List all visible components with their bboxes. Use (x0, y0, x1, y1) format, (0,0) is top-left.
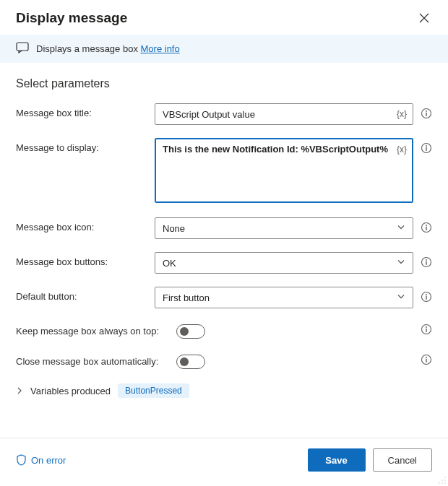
info-icon[interactable] (421, 256, 432, 270)
svg-point-17 (426, 326, 427, 328)
close-icon (419, 13, 429, 23)
row-icon: Message box icon: None (16, 217, 432, 239)
expand-variables-button[interactable] (16, 386, 23, 396)
svg-point-8 (426, 225, 427, 226)
svg-point-25 (439, 482, 440, 484)
svg-rect-9 (426, 227, 426, 230)
label-default-button: Default button: (16, 287, 146, 302)
info-icon[interactable] (421, 222, 432, 235)
svg-rect-3 (426, 113, 426, 116)
svg-rect-0 (17, 43, 28, 51)
dialog-content: Select parameters Message box title: VBS… (0, 63, 448, 438)
variables-produced-row: Variables produced ButtonPressed (16, 383, 432, 398)
svg-rect-15 (426, 296, 426, 300)
svg-point-27 (444, 482, 446, 484)
always-on-top-toggle[interactable] (176, 324, 205, 339)
cancel-button[interactable]: Cancel (373, 448, 432, 472)
label-message: Message to display: (16, 138, 146, 153)
label-title: Message box title: (16, 103, 146, 118)
info-bar: Displays a message box More info (0, 35, 448, 63)
row-always-on-top: Keep message box always on top: (16, 321, 432, 339)
display-message-dialog: Display message Displays a message box M… (0, 0, 448, 486)
row-default-button: Default button: First button (16, 287, 432, 308)
svg-rect-6 (426, 147, 426, 151)
label-auto-close: Close message box automatically: (16, 352, 168, 367)
info-icon[interactable] (421, 142, 432, 156)
info-icon[interactable] (421, 291, 432, 305)
title-input[interactable]: VBScript Output value {x} (155, 103, 413, 125)
insert-variable-button[interactable]: {x} (397, 109, 407, 119)
row-message: Message to display: This is the new Noti… (16, 138, 432, 203)
row-title: Message box title: VBScript Output value… (16, 103, 432, 125)
svg-point-24 (444, 480, 446, 481)
svg-point-26 (441, 482, 443, 484)
dialog-title: Display message (16, 10, 127, 26)
chevron-down-icon (397, 292, 405, 303)
on-error-link[interactable]: On error (16, 454, 66, 466)
svg-rect-12 (426, 261, 426, 265)
message-input[interactable]: This is the new Notification Id: %VBScri… (155, 138, 413, 203)
more-info-link[interactable]: More info (141, 43, 180, 54)
label-icon: Message box icon: (16, 217, 146, 233)
default-button-select[interactable]: First button (155, 287, 413, 308)
svg-point-22 (444, 477, 446, 478)
row-auto-close: Close message box automatically: (16, 352, 432, 369)
svg-point-11 (426, 259, 427, 261)
label-always-on-top: Keep message box always on top: (16, 321, 168, 337)
info-icon[interactable] (421, 324, 432, 337)
chevron-down-icon (397, 258, 405, 269)
info-icon[interactable] (421, 354, 432, 368)
row-buttons: Message box buttons: OK (16, 252, 432, 274)
svg-point-5 (426, 145, 427, 147)
variables-label: Variables produced (30, 386, 111, 396)
icon-select[interactable]: None (155, 217, 413, 239)
info-icon[interactable] (421, 108, 432, 121)
svg-rect-18 (426, 328, 426, 331)
auto-close-toggle[interactable] (176, 355, 205, 369)
variable-chip[interactable]: ButtonPressed (118, 383, 189, 398)
message-box-icon (16, 42, 29, 56)
svg-point-20 (426, 357, 427, 358)
svg-point-2 (426, 110, 427, 112)
section-title: Select parameters (16, 77, 432, 90)
chevron-down-icon (397, 223, 405, 234)
info-text: Displays a message box More info (36, 43, 180, 54)
shield-icon (16, 454, 27, 466)
dialog-footer: On error Save Cancel (0, 438, 448, 486)
close-button[interactable] (416, 10, 432, 26)
resize-grip-icon[interactable] (438, 476, 447, 485)
svg-rect-21 (426, 358, 426, 362)
label-buttons: Message box buttons: (16, 252, 146, 267)
save-button[interactable]: Save (308, 448, 366, 472)
insert-variable-button[interactable]: {x} (397, 144, 407, 155)
svg-point-14 (426, 294, 427, 295)
dialog-header: Display message (0, 0, 448, 35)
svg-point-23 (441, 480, 443, 481)
buttons-select[interactable]: OK (155, 252, 413, 274)
